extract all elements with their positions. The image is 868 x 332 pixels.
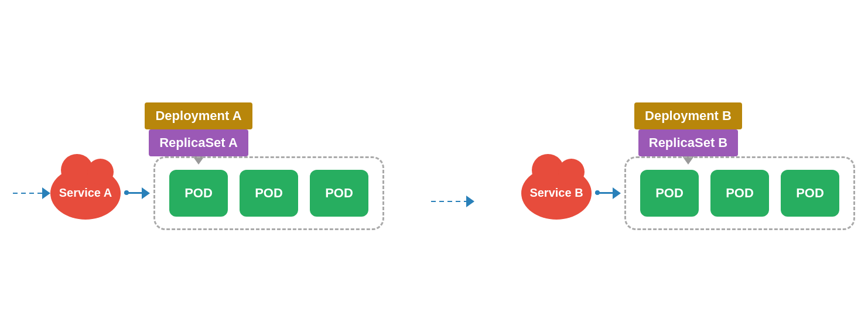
replicaset-b-box: ReplicaSet B	[638, 129, 739, 156]
service-a-cloud: Service A	[50, 167, 121, 220]
deployment-a-label: Deployment A	[155, 108, 241, 123]
service-to-pods-arrow-b	[595, 187, 621, 199]
deployment-b-box: Deployment B	[634, 102, 742, 129]
pod-b-1: POD	[640, 170, 699, 217]
pods-dashed-box-b: POD POD POD	[624, 156, 855, 230]
pod-b-3: POD	[781, 170, 839, 217]
service-b-cloud: Service B	[521, 167, 592, 220]
service-pods-row-a: Service A POD POD POD	[13, 156, 384, 230]
cluster-b: Deployment B ReplicaSet B Service B	[521, 102, 855, 230]
replicaset-a-box: ReplicaSet A	[149, 129, 248, 156]
cluster-a: Deployment A ReplicaSet A Se	[13, 102, 384, 230]
cluster-connector	[431, 196, 474, 207]
diagram-container: Deployment A ReplicaSet A Se	[0, 0, 868, 332]
service-a-shape: Service A	[50, 167, 121, 220]
service-b-label: Service B	[529, 186, 583, 200]
pod-a-1: POD	[169, 170, 228, 217]
deployment-b-label: Deployment B	[645, 108, 732, 123]
incoming-arrow-a	[13, 187, 50, 199]
replicaset-b-label: ReplicaSet B	[649, 135, 728, 150]
service-to-pods-arrow-a	[124, 187, 150, 199]
pods-dashed-box-a: POD POD POD	[153, 156, 384, 230]
replicaset-a-label: ReplicaSet A	[159, 135, 238, 150]
pod-a-3: POD	[310, 170, 368, 217]
service-a-label: Service A	[59, 186, 112, 200]
pod-a-2: POD	[240, 170, 298, 217]
service-b-shape: Service B	[521, 167, 592, 220]
pod-b-2: POD	[710, 170, 769, 217]
service-pods-row-b: Service B POD POD POD	[521, 156, 855, 230]
deployment-a-box: Deployment A	[145, 102, 252, 129]
